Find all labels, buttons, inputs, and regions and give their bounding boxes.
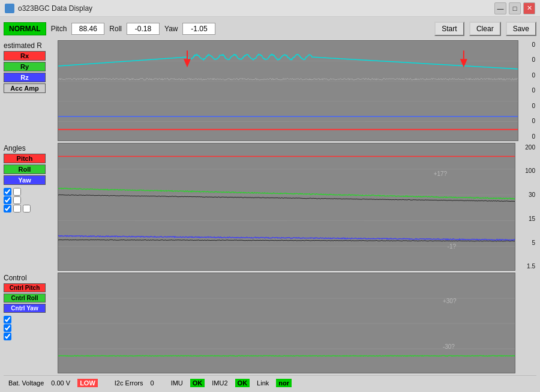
angles-cb4[interactable] [13,196,21,204]
angles-cb3[interactable] [4,196,11,204]
all-sections: estimated R Rx Ry Rz Acc Amp 0 0 0 0 0 0… [4,40,536,373]
bat-status: LOW [77,379,98,387]
ry-label[interactable]: Ry [4,62,46,71]
control-cb-row2 [4,324,58,332]
app-icon [5,4,14,13]
yaw-value: -1.05 [182,23,215,35]
estimated-r-chart [58,40,518,141]
start-button[interactable]: Start [434,22,464,36]
angles-checkboxes-row2 [4,196,58,204]
yaw-label: Yaw [164,25,178,33]
imu-label: IMU [171,379,183,387]
angles-cb2[interactable] [13,188,21,196]
save-button[interactable]: Save [506,22,536,36]
window-controls: — □ ✕ [494,2,535,14]
angles-chart [58,143,515,271]
angles-title: Angles [4,144,58,152]
cntrl-yaw-label[interactable]: Cntrl Yaw [4,304,46,313]
close-button[interactable]: ✕ [523,2,535,14]
section-estimated-r: estimated R Rx Ry Rz Acc Amp 0 0 0 0 0 0… [4,40,536,141]
link-status: nor [276,379,292,387]
roll-label: Roll [109,25,122,33]
title-bar-left: o323BGC Data Display [5,4,92,13]
title-bar: o323BGC Data Display — □ ✕ [0,0,540,17]
control-values [515,273,536,373]
toolbar: NORMAL Pitch 88.46 Roll -0.18 Yaw -1.05 … [4,19,536,38]
control-canvas [58,273,515,373]
control-cb-row1 [4,316,58,324]
rx-label[interactable]: Rx [4,51,46,61]
status-badge: NORMAL [4,22,46,35]
maximize-button[interactable]: □ [509,2,521,14]
link-label: Link [257,379,269,387]
control-chart [58,273,515,373]
clear-button[interactable]: Clear [469,22,501,36]
angles-cb5[interactable] [4,205,11,213]
angles-cb1[interactable] [4,188,11,196]
section-angles: Angles Pitch Roll Yaw [4,143,536,271]
imu2-status: OK [235,379,250,387]
control-cb3[interactable] [4,333,11,340]
cntrl-roll-label[interactable]: Cntrl Roll [4,294,46,303]
control-cb-row3 [4,333,58,340]
bat-voltage-value: 0.00 V [51,379,70,387]
pitch-label: Pitch [51,25,67,33]
rz-label[interactable]: Rz [4,73,46,82]
yaw-label-btn[interactable]: Yaw [4,175,46,185]
minimize-button[interactable]: — [494,2,506,14]
control-cb2[interactable] [4,324,11,332]
estimated-r-title: estimated R [4,41,58,50]
control-cb1[interactable] [4,316,11,324]
estimated-r-labels: estimated R Rx Ry Rz Acc Amp [4,40,58,141]
roll-label-btn[interactable]: Roll [4,164,46,174]
angles-checkboxes-row1 [4,188,58,196]
pitch-label-btn[interactable]: Pitch [4,154,46,163]
control-title: Control [4,274,58,282]
cntrl-pitch-label[interactable]: Cntrl Pitch [4,283,46,292]
estimated-r-canvas [58,41,518,141]
imu2-label: IMU2 [212,379,227,387]
control-labels: Control Cntrl Pitch Cntrl Roll Cntrl Yaw [4,273,58,373]
angles-labels: Angles Pitch Roll Yaw [4,143,58,271]
roll-value: -0.18 [127,23,160,35]
angles-cb6[interactable] [13,205,21,213]
bottom-bar: Bat. Voltage 0.00 V LOW I2c Errors 0 IMU… [4,375,536,390]
i2c-value: 0 [151,379,154,387]
bat-voltage-label: Bat. Voltage [8,379,44,387]
pitch-value: 88.46 [71,23,104,35]
angles-cb7[interactable] [23,205,31,213]
angles-checkboxes-row3 [4,205,58,213]
estimated-r-values: 0 0 0 0 0 0 0 [518,40,536,141]
acc-amp-label[interactable]: Acc Amp [4,83,46,93]
angles-values: 200 100 30 15 5 1.5 [515,143,536,271]
main-content: NORMAL Pitch 88.46 Roll -0.18 Yaw -1.05 … [0,17,540,392]
imu-status: OK [190,379,205,387]
window-title: o323BGC Data Display [18,4,92,13]
i2c-label: I2c Errors [115,379,143,387]
section-control: Control Cntrl Pitch Cntrl Roll Cntrl Yaw [4,273,536,373]
angles-canvas [58,143,515,271]
